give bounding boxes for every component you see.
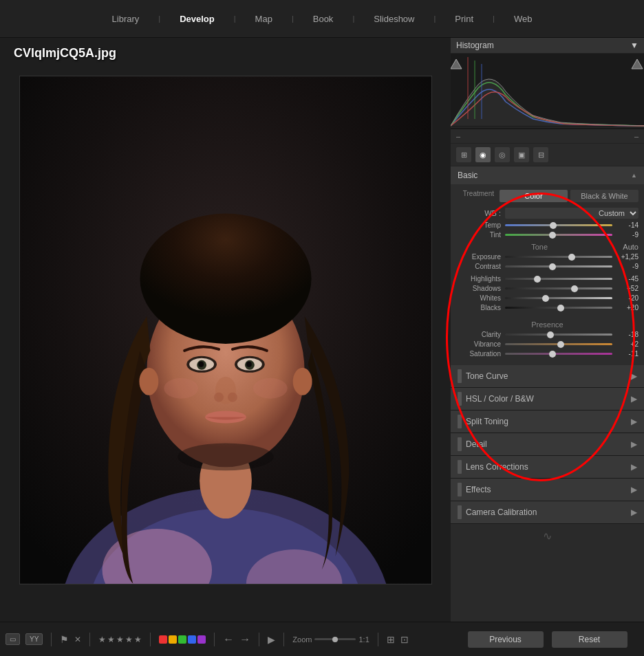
fullscreen-icon[interactable]: ⊡ <box>400 634 409 645</box>
color-purple[interactable] <box>197 635 206 644</box>
histogram-header[interactable]: Histogram ▼ <box>451 38 644 54</box>
detail-label: Detail <box>466 439 487 449</box>
temp-slider-row: Temp -14 <box>456 221 638 229</box>
star-1[interactable]: ★ <box>98 635 106 644</box>
wb-label: WB : <box>456 209 501 217</box>
nav-print[interactable]: Print <box>449 11 479 27</box>
zoom-thumb[interactable] <box>332 637 338 642</box>
tone-curve-icon: ▶ <box>631 371 637 381</box>
color-blue[interactable] <box>188 635 196 644</box>
svg-point-23 <box>139 367 158 395</box>
color-green[interactable] <box>178 635 186 644</box>
blacks-thumb[interactable] <box>557 305 564 311</box>
histogram-chart <box>451 54 644 129</box>
exposure-label: Exposure <box>456 253 501 261</box>
treatment-color-btn[interactable]: Color <box>500 190 568 202</box>
vibrance-track[interactable] <box>505 343 612 345</box>
highlights-thumb[interactable] <box>534 276 541 283</box>
wb-row: WB : Custom <box>456 208 638 219</box>
tone-curve-bar <box>458 369 462 383</box>
reset-button[interactable]: Reset <box>552 631 627 648</box>
clarity-track[interactable] <box>505 334 612 336</box>
reject-icon[interactable]: ✕ <box>74 635 81 644</box>
nav-slideshow[interactable]: Slideshow <box>368 11 420 27</box>
whites-thumb[interactable] <box>542 295 549 302</box>
exposure-track[interactable] <box>505 256 612 258</box>
saturation-label: Saturation <box>456 350 501 358</box>
expand-icon[interactable]: ⊞ <box>387 634 395 645</box>
crop-tool[interactable]: ⊞ <box>456 147 471 162</box>
treatment-bw-btn[interactable]: Black & White <box>570 190 638 202</box>
compare-view-btn[interactable]: YY <box>25 633 43 645</box>
tone-curve-panel[interactable]: Tone Curve ▶ <box>451 365 644 388</box>
exposure-thumb[interactable] <box>568 254 575 261</box>
svg-point-25 <box>178 443 274 470</box>
color-red[interactable] <box>159 635 167 644</box>
star-4[interactable]: ★ <box>125 635 133 644</box>
histogram-dropdown-icon[interactable]: ▼ <box>630 41 638 50</box>
bottom-left-toolbar: ▭ YY ⚑ ✕ ★ ★ ★ ★ ★ ← → ▶ <box>0 633 451 646</box>
nav-map[interactable]: Map <box>250 11 278 27</box>
split-toning-panel[interactable]: Split Toning ▶ <box>451 411 644 433</box>
circle-tool[interactable]: ◉ <box>475 147 491 162</box>
star-2[interactable]: ★ <box>107 635 115 644</box>
divider-6 <box>283 633 284 646</box>
tint-value: -9 <box>615 231 638 239</box>
basic-panel-header[interactable]: Basic ▲ <box>451 166 644 184</box>
split-toning-icon: ▶ <box>631 417 637 426</box>
temp-track[interactable] <box>505 224 612 226</box>
contrast-label: Contrast <box>456 263 501 270</box>
contrast-track[interactable] <box>505 265 612 267</box>
presence-section-label: Presence <box>456 320 638 329</box>
whites-track[interactable] <box>505 297 612 299</box>
previous-button[interactable]: Previous <box>468 631 544 648</box>
vibrance-thumb[interactable] <box>557 341 564 348</box>
temp-thumb[interactable] <box>550 222 557 229</box>
wb-select[interactable]: Custom <box>505 208 638 219</box>
divider-3 <box>150 633 151 646</box>
histogram-minus-right[interactable]: – <box>634 132 638 140</box>
shadows-thumb[interactable] <box>571 285 578 292</box>
single-view-btn[interactable]: ▭ <box>6 633 20 645</box>
effects-panel[interactable]: Effects ▶ <box>451 479 644 501</box>
detail-panel[interactable]: Detail ▶ <box>451 433 644 456</box>
clarity-thumb[interactable] <box>547 331 554 338</box>
histogram-minus-left[interactable]: – <box>456 132 460 140</box>
blacks-slider-row: Blacks +20 <box>456 304 638 311</box>
lens-corrections-panel[interactable]: Lens Corrections ▶ <box>451 456 644 479</box>
prev-nav-arrow[interactable]: ← <box>223 633 234 646</box>
saturation-thumb[interactable] <box>549 351 556 358</box>
paint-tool[interactable]: ▣ <box>514 147 529 162</box>
camera-calibration-icon: ▶ <box>631 507 637 517</box>
tint-slider-row: Tint -9 <box>456 231 638 239</box>
blacks-track[interactable] <box>505 307 612 309</box>
slider-tool[interactable]: ⊟ <box>533 147 548 162</box>
slideshow-play-btn[interactable]: ▶ <box>268 634 275 645</box>
auto-button[interactable]: Auto <box>623 243 638 251</box>
nav-library[interactable]: Library <box>107 11 145 27</box>
clarity-slider-row: Clarity -18 <box>456 331 638 338</box>
contrast-thumb[interactable] <box>549 263 556 270</box>
nav-web[interactable]: Web <box>508 11 538 27</box>
highlights-track[interactable] <box>505 278 612 280</box>
saturation-track[interactable] <box>505 353 612 355</box>
histogram-title: Histogram <box>456 41 494 50</box>
eye-tool[interactable]: ◎ <box>495 147 510 162</box>
star-rating[interactable]: ★ ★ ★ ★ ★ <box>98 635 142 644</box>
zoom-bar[interactable] <box>314 638 356 640</box>
camera-calibration-panel[interactable]: Camera Calibration ▶ <box>451 501 644 524</box>
flag-icon[interactable]: ⚑ <box>60 634 69 645</box>
shadows-track[interactable] <box>505 287 612 289</box>
nav-develop[interactable]: Develop <box>174 11 220 27</box>
svg-point-17 <box>214 392 224 402</box>
star-5[interactable]: ★ <box>134 635 142 644</box>
vibrance-slider-row: Vibrance +2 <box>456 340 638 348</box>
nav-book[interactable]: Book <box>308 11 339 27</box>
color-yellow[interactable] <box>169 635 177 644</box>
basic-panel-triangle: ▲ <box>631 172 637 179</box>
next-nav-arrow[interactable]: → <box>239 633 250 646</box>
tint-track[interactable] <box>505 234 612 236</box>
star-3[interactable]: ★ <box>116 635 124 644</box>
hsl-panel[interactable]: HSL / Color / B&W ▶ <box>451 388 644 411</box>
tint-thumb[interactable] <box>549 232 556 239</box>
